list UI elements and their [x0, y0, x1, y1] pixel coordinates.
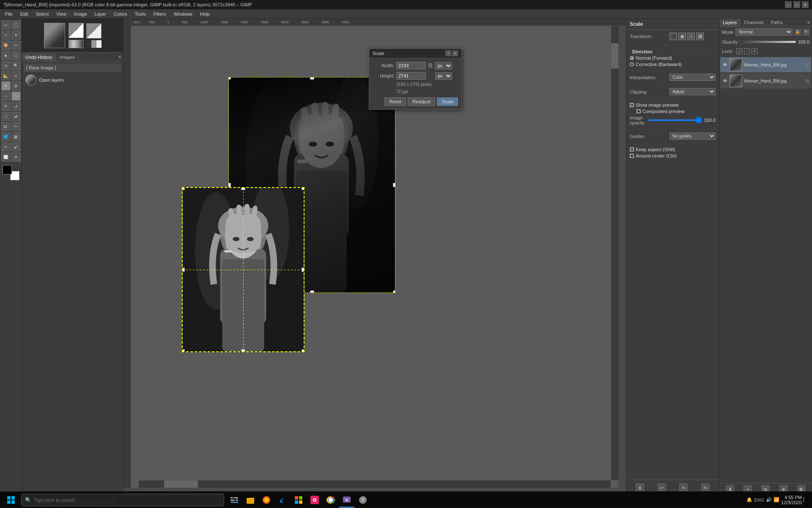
search-bar[interactable]: 🔍: [21, 494, 224, 506]
tab-undo-history[interactable]: Undo History: [22, 53, 56, 61]
lock-pixels-btn[interactable]: 🖊: [736, 48, 742, 54]
lcp-mode-eye-btn[interactable]: 👁: [803, 29, 809, 36]
taskbar-firefox-icon[interactable]: [259, 492, 274, 508]
foreground-color[interactable]: [3, 165, 12, 174]
vscroll-thumb[interactable]: [611, 43, 618, 69]
menu-select[interactable]: Select: [33, 11, 52, 17]
height-input[interactable]: [396, 72, 426, 80]
ellipse-select-tool[interactable]: ◯: [11, 20, 21, 30]
tab-paths[interactable]: Paths: [768, 19, 787, 26]
transform-handle-br[interactable]: [393, 290, 395, 293]
transform-handle-tl[interactable]: [228, 77, 231, 80]
rotate-tool[interactable]: ↻: [1, 102, 11, 111]
transform-handle-tm[interactable]: [310, 77, 314, 80]
paths-tool[interactable]: ⬡: [11, 51, 21, 60]
action-btn-3[interactable]: ✕: [679, 483, 688, 492]
taskbar-file-explorer-icon[interactable]: [243, 492, 258, 508]
tab-layers[interactable]: Layers: [719, 19, 741, 26]
menu-windows[interactable]: Windows: [170, 11, 196, 17]
interpolation-select[interactable]: Cubic Linear None NoHalo LoHalo: [669, 74, 716, 81]
unit-select-height[interactable]: px: [435, 72, 452, 80]
image-thumbnail-preview[interactable]: [44, 23, 65, 48]
taskbar-unknown-icon[interactable]: ?: [355, 492, 370, 508]
horizontal-scrollbar[interactable]: [139, 480, 611, 488]
keep-aspect-option[interactable]: Keep aspect (Shift): [630, 147, 716, 152]
bucket-fill-tool[interactable]: 🪣: [1, 132, 11, 141]
corrective-backward-option[interactable]: Corrective (Backward): [630, 62, 716, 67]
select-by-color-tool[interactable]: 🎨: [1, 41, 11, 50]
dialog-help-button[interactable]: ?: [445, 50, 451, 56]
taskbar-store-icon[interactable]: [291, 492, 306, 508]
transform-image-btn[interactable]: 🖼: [696, 33, 704, 40]
color-swatch-main[interactable]: [69, 23, 84, 38]
panel-close-button[interactable]: ✕: [118, 55, 121, 59]
blend-tool[interactable]: ▦: [11, 132, 21, 141]
composited-preview-checkbox[interactable]: [636, 109, 641, 113]
lock-alpha-btn[interactable]: +: [744, 48, 750, 54]
taskbar-music-icon[interactable]: [307, 492, 322, 508]
transform-selection-btn[interactable]: ▦: [678, 33, 686, 40]
taskbar-network-icon[interactable]: 📶: [774, 497, 779, 502]
composited-preview-option[interactable]: Composited preview: [636, 109, 716, 114]
menu-filters[interactable]: Filters: [150, 11, 170, 17]
menu-tools[interactable]: Tools: [132, 11, 149, 17]
reset-button[interactable]: Reset: [384, 97, 406, 106]
taskbar-edge-icon[interactable]: [275, 492, 290, 508]
dialog-close-button[interactable]: ✕: [452, 50, 458, 56]
cage-tool[interactable]: ⛋: [1, 122, 11, 131]
unit-select-width[interactable]: px: [435, 62, 452, 69]
canvas-area[interactable]: -63.0 500 1 500 1000 1500 2000 2500 3000…: [123, 19, 626, 495]
free-select-tool[interactable]: ⌖: [1, 30, 11, 40]
minimize-button[interactable]: –: [785, 1, 792, 8]
keep-aspect-checkbox[interactable]: [630, 147, 634, 152]
layer-item-2[interactable]: 👁 Woman_Hand_BW.jpg ⛓: [720, 73, 811, 88]
menu-help[interactable]: Help: [197, 11, 213, 17]
eraser-tool[interactable]: ⬜: [1, 152, 11, 162]
transform-handle-small-ml[interactable]: [182, 268, 185, 272]
transform-handle-small-tl[interactable]: [182, 187, 185, 190]
bw-swatch[interactable]: [86, 23, 102, 39]
action-btn-1[interactable]: ⬇: [636, 483, 644, 492]
action-btn-4[interactable]: ↻: [701, 483, 710, 492]
scale-button[interactable]: Scale: [437, 97, 458, 106]
foreground-select-tool[interactable]: ◈: [1, 51, 11, 60]
scissors-tool[interactable]: ✂: [11, 41, 21, 50]
search-input[interactable]: [34, 497, 220, 502]
measure-tool[interactable]: 📐: [1, 71, 11, 80]
show-preview-option[interactable]: Show image preview: [630, 102, 716, 108]
taskbar-chrome-icon[interactable]: [323, 492, 338, 508]
taskbar-volume-icon[interactable]: 🔊: [766, 497, 772, 502]
layer-eye-2[interactable]: 👁: [722, 78, 728, 84]
task-view-button[interactable]: [227, 492, 242, 508]
transform-handle-bm[interactable]: [310, 290, 314, 293]
fuzzy-select-tool[interactable]: ✦: [11, 30, 21, 40]
around-center-checkbox[interactable]: [630, 154, 634, 158]
tab-images[interactable]: Images: [56, 53, 79, 61]
transform-tool[interactable]: ↔: [1, 91, 11, 101]
lcp-mode-lock-btn[interactable]: 🔒: [794, 29, 801, 36]
menu-edit[interactable]: Edit: [17, 11, 32, 17]
shear-tool[interactable]: ⊿: [11, 102, 21, 111]
vertical-scrollbar[interactable]: [611, 26, 618, 480]
pencil-tool[interactable]: ✏: [1, 142, 11, 152]
show-preview-checkbox[interactable]: [630, 103, 634, 107]
normal-radio[interactable]: [630, 56, 634, 60]
menu-image[interactable]: Image: [71, 11, 91, 17]
transform-handle-small-bl[interactable]: [182, 349, 185, 352]
menu-layer[interactable]: Layer: [91, 11, 110, 17]
layer-eye-1[interactable]: 👁: [722, 62, 728, 68]
text-tool[interactable]: A: [11, 71, 21, 80]
menu-file[interactable]: File: [2, 11, 16, 17]
zoom-tool[interactable]: 🔍: [11, 61, 21, 70]
tab-channels[interactable]: Channels: [741, 19, 767, 26]
open-layers-row[interactable]: Open layers: [24, 74, 121, 86]
menu-colors[interactable]: Colors: [110, 11, 131, 17]
guides-select[interactable]: No guides Center lines Rule of thirds Go…: [669, 133, 716, 140]
lcp-mode-select[interactable]: Normal Dissolve Multiply Screen Overlay: [735, 28, 793, 36]
move-tool[interactable]: ✛: [1, 81, 11, 91]
around-center-option[interactable]: Around center (Ctrl): [630, 153, 716, 158]
color-picker-tool[interactable]: 🖒: [1, 61, 11, 70]
system-clock[interactable]: 4:55 PM 12/3/2020: [781, 495, 802, 505]
hscroll-thumb[interactable]: [164, 480, 198, 488]
lcp-opacity-bar[interactable]: [739, 41, 796, 43]
